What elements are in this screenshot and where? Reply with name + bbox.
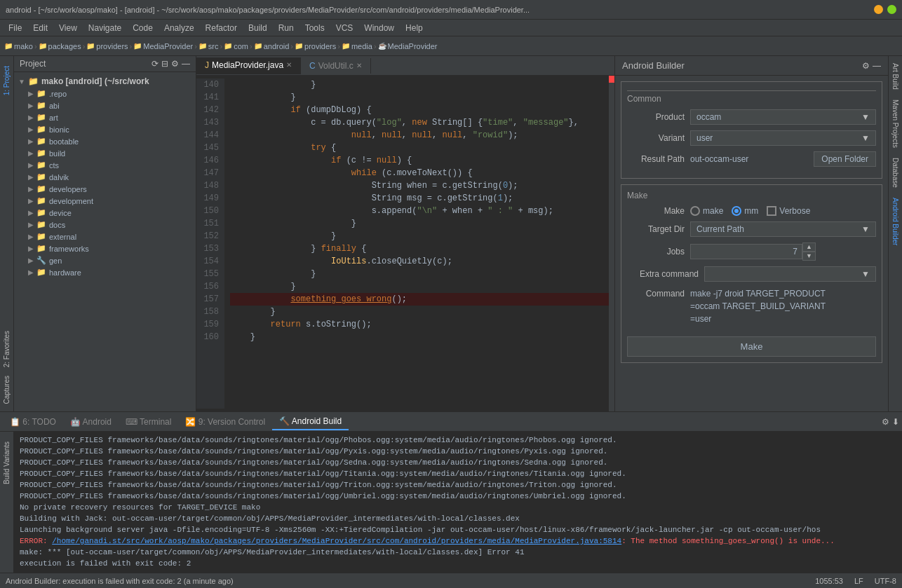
jobs-input[interactable]: 7 xyxy=(690,244,802,259)
bottom-tab-todo[interactable]: 📋 6: TODO xyxy=(3,414,63,430)
jobs-increment-button[interactable]: ▲ xyxy=(802,242,816,252)
variant-dropdown-button[interactable]: user ▼ xyxy=(690,130,876,146)
right-tab-maven[interactable]: Maven Projects xyxy=(889,95,901,152)
breadcrumb-providers2[interactable]: 📁 providers xyxy=(295,42,336,50)
bottom-gear-button[interactable]: ⚙ xyxy=(882,417,889,427)
product-dropdown[interactable]: occam ▼ xyxy=(690,109,876,125)
menu-item-edit[interactable]: Edit xyxy=(27,22,53,34)
tree-item-device[interactable]: ▶ 📁 device xyxy=(14,207,196,219)
menu-item-tools[interactable]: Tools xyxy=(299,22,330,34)
tree-item-cts[interactable]: ▶ 📁 cts xyxy=(14,159,196,171)
menu-item-run[interactable]: Run xyxy=(273,22,299,34)
menu-item-navigate[interactable]: Navigate xyxy=(83,22,127,34)
breadcrumb-src[interactable]: 📁 src xyxy=(198,42,219,50)
extra-command-row: Extra command ▼ xyxy=(627,266,876,282)
right-tab-android-builder[interactable]: Android Builder xyxy=(889,193,901,249)
builder-gear-button[interactable]: ⚙ xyxy=(862,61,870,71)
jobs-label: Jobs xyxy=(627,247,690,257)
tree-item-bootable[interactable]: ▶ 📁 bootable xyxy=(14,135,196,147)
dropdown-arrow: ▼ xyxy=(861,133,870,143)
make-button[interactable]: Make xyxy=(627,336,876,357)
code-editor[interactable]: 140 141 142 143 144 145 146 147 148 149 … xyxy=(196,76,614,411)
breadcrumb-packages[interactable]: 📁 packages xyxy=(39,42,81,50)
folder-icon: 📁 xyxy=(342,42,350,50)
right-tab-database[interactable]: Database xyxy=(889,153,901,192)
status-right: 1055:53 LF UTF-8 xyxy=(815,577,896,585)
project-collapse-button[interactable]: ⊟ xyxy=(161,59,168,69)
breadcrumb-com[interactable]: 📁 com xyxy=(224,42,248,50)
radio-make-option[interactable]: make xyxy=(690,206,723,216)
breadcrumb-mediaprovider-file[interactable]: ☕ MediaProvider xyxy=(378,42,438,50)
tree-item-external[interactable]: ▶ 📁 external xyxy=(14,231,196,242)
verbose-checkbox[interactable] xyxy=(767,206,776,216)
folder-icon: 📁 xyxy=(36,137,46,146)
tree-item-abi[interactable]: ▶ 📁 abi xyxy=(14,100,196,111)
product-value: occam xyxy=(696,112,721,122)
extra-command-dropdown-button[interactable]: ▼ xyxy=(704,266,876,282)
bottom-tab-android-build[interactable]: 🔨 Android Build xyxy=(272,413,349,430)
tree-item-build[interactable]: ▶ 📁 build xyxy=(14,147,196,159)
open-folder-button[interactable]: Open Folder xyxy=(814,151,876,167)
breadcrumb-providers[interactable]: 📁 providers xyxy=(86,42,128,50)
breadcrumb-mako[interactable]: 📁 mako xyxy=(4,42,33,50)
tree-item-docs[interactable]: ▶ 📁 docs xyxy=(14,219,196,231)
tree-item-dalvik[interactable]: ▶ 📁 dalvik xyxy=(14,171,196,183)
tree-item-frameworks[interactable]: ▶ 📁 frameworks xyxy=(14,242,196,254)
menu-item-analyze[interactable]: Analyze xyxy=(159,22,200,34)
editor-tab-voldutil[interactable]: C VoldUtil.c ✕ xyxy=(301,58,371,74)
editor-tab-mediaprovider[interactable]: J MediaProvider.java ✕ xyxy=(196,57,301,74)
project-root-item[interactable]: ▼ 📁 mako [android] (~/src/work xyxy=(14,75,196,88)
tab-close-voldutil[interactable]: ✕ xyxy=(356,62,362,69)
breadcrumb-media[interactable]: 📁 media xyxy=(342,42,372,50)
tree-item-art[interactable]: ▶ 📁 art xyxy=(14,111,196,123)
target-dir-dropdown-button[interactable]: Current Path ▼ xyxy=(690,221,876,237)
folder-icon: 🔧 xyxy=(36,256,46,265)
product-dropdown-button[interactable]: occam ▼ xyxy=(690,109,876,125)
bottom-left-tab-build-variants[interactable]: Build Variants xyxy=(1,437,13,488)
variant-label: Variant xyxy=(627,133,690,143)
menu-item-help[interactable]: Help xyxy=(400,22,429,34)
jobs-decrement-button[interactable]: ▼ xyxy=(802,252,816,261)
tree-item-developers[interactable]: ▶ 📁 developers xyxy=(14,183,196,195)
builder-minimize-button[interactable]: — xyxy=(873,61,881,71)
sidebar-tab-project[interactable]: 1: Project xyxy=(1,62,13,100)
maximize-button[interactable] xyxy=(887,5,896,14)
menu-item-view[interactable]: View xyxy=(53,22,83,34)
tree-item-hardware[interactable]: ▶ 📁 hardware xyxy=(14,266,196,278)
extra-command-dropdown[interactable]: ▼ xyxy=(704,266,876,282)
menu-item-window[interactable]: Window xyxy=(358,22,400,34)
breadcrumb-android[interactable]: 📁 android xyxy=(254,42,290,50)
jobs-row: Jobs 7 ▲ ▼ xyxy=(627,242,876,261)
bottom-tab-terminal[interactable]: ⌨ Terminal xyxy=(119,414,178,430)
minimize-button[interactable] xyxy=(874,5,883,14)
jobs-spinner[interactable]: 7 ▲ ▼ xyxy=(690,242,816,261)
project-sync-button[interactable]: ⟳ xyxy=(152,59,159,69)
sidebar-tab-captures[interactable]: Captures xyxy=(1,371,13,409)
target-dir-dropdown[interactable]: Current Path ▼ xyxy=(690,221,876,237)
editor-content[interactable]: 140 141 142 143 144 145 146 147 148 149 … xyxy=(196,76,614,411)
breadcrumb-mediaprovider[interactable]: 📁 MediaProvider xyxy=(133,42,193,50)
tree-item-development[interactable]: ▶ 📁 development xyxy=(14,195,196,207)
menu-item-refactor[interactable]: Refactor xyxy=(200,22,243,34)
variant-dropdown[interactable]: user ▼ xyxy=(690,130,876,146)
project-minimize-button[interactable]: — xyxy=(182,59,190,69)
project-gear-button[interactable]: ⚙ xyxy=(171,59,179,69)
radio-mm-option[interactable]: mm xyxy=(732,206,758,216)
error-link[interactable]: /home/ganadi.st/src/work/aosp/mako/packa… xyxy=(52,537,621,545)
bottom-tab-android[interactable]: 🤖 Android xyxy=(63,414,119,430)
menu-item-code[interactable]: Code xyxy=(127,22,159,34)
verbose-option[interactable]: Verbose xyxy=(767,206,810,216)
tree-item-repo[interactable]: ▶ 📁 .repo xyxy=(14,88,196,100)
tree-item-gen[interactable]: ▶ 🔧 gen xyxy=(14,254,196,266)
dropdown-arrow: ▼ xyxy=(861,269,870,279)
right-tab-art-build[interactable]: Art Build xyxy=(889,59,901,94)
sidebar-tab-favorites[interactable]: 2: Favorites xyxy=(1,327,13,371)
bottom-minimize-button[interactable]: ⬇ xyxy=(892,417,899,427)
menu-item-vcs[interactable]: VCS xyxy=(330,22,359,34)
tree-item-bionic[interactable]: ▶ 📁 bionic xyxy=(14,123,196,135)
menu-item-file[interactable]: File xyxy=(3,22,27,34)
root-folder-icon: 📁 xyxy=(28,76,39,86)
tab-close-mediaprovider[interactable]: ✕ xyxy=(286,61,292,69)
bottom-tab-version-control[interactable]: 🔀 9: Version Control xyxy=(178,414,272,430)
menu-item-build[interactable]: Build xyxy=(243,22,273,34)
